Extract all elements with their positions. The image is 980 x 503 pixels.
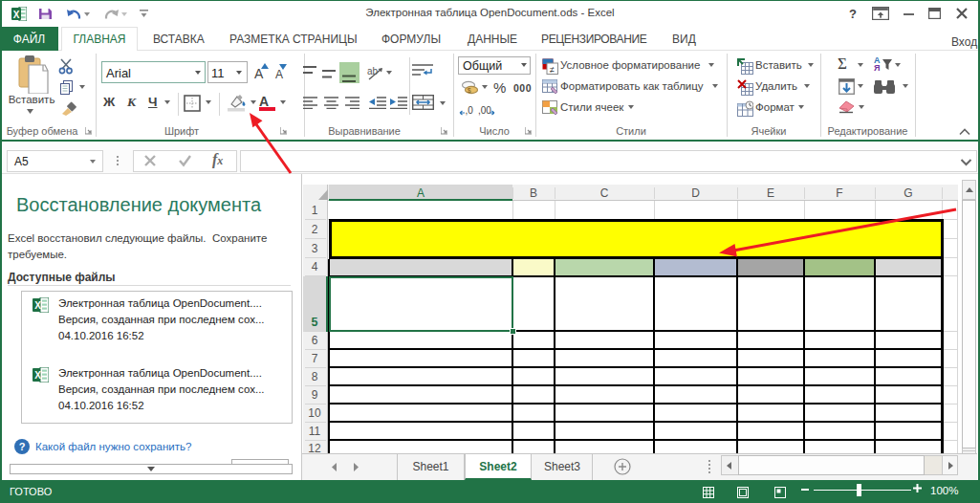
svg-text:,00: ,00 [478, 105, 491, 116]
svg-text:X: X [34, 300, 41, 311]
svg-text:?: ? [19, 441, 26, 452]
svg-text:,0: ,0 [466, 105, 474, 116]
svg-text:$: $ [468, 87, 471, 94]
svg-text:≠: ≠ [550, 65, 555, 75]
svg-text:X: X [34, 370, 41, 381]
svg-text:ab: ab [367, 66, 379, 77]
